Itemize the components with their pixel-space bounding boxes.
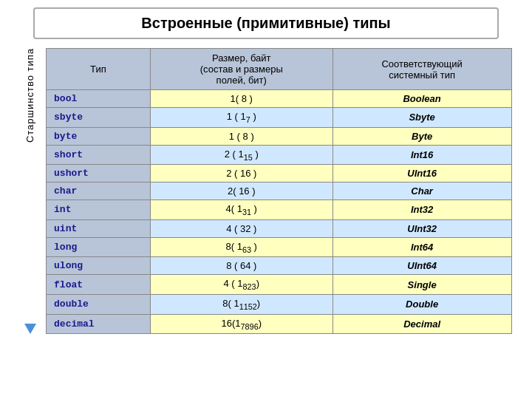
cell-system: Char	[332, 183, 511, 200]
col-header-size: Размер, байт(состав и размерыполей, бит)	[150, 49, 332, 90]
cell-system: Double	[332, 294, 511, 314]
page-title: Встроенные (примитивные) типы	[33, 7, 499, 39]
table-row: bool1( 8 )Boolean	[47, 90, 511, 108]
cell-system: UInt16	[332, 165, 511, 183]
sidebar: Старшинство типа	[21, 48, 41, 334]
cell-size: 1 ( 17 )	[150, 108, 332, 128]
table-row: uint4 ( 32 )UInt32	[47, 219, 511, 237]
cell-size: 8 ( 64 )	[150, 257, 332, 275]
cell-size: 1 ( 8 )	[150, 127, 332, 145]
cell-system: Decimal	[332, 314, 511, 334]
table-row: long8( 163 )Int64	[47, 237, 511, 257]
cell-system: Single	[332, 275, 511, 295]
table-row: ulong8 ( 64 )UInt64	[47, 257, 511, 275]
cell-size: 4 ( 1823)	[150, 275, 332, 295]
cell-size: 4 ( 32 )	[150, 219, 332, 237]
cell-size: 4( 131 )	[150, 200, 332, 220]
table-row: decimal16(17896)Decimal	[47, 314, 511, 334]
cell-type: ushort	[47, 165, 151, 183]
cell-type: short	[47, 145, 151, 165]
cell-type: uint	[47, 219, 151, 237]
cell-system: Int64	[332, 237, 511, 257]
arrow-down-icon	[24, 324, 36, 334]
cell-type: ulong	[47, 257, 151, 275]
cell-system: Int16	[332, 145, 511, 165]
table-row: double8( 11152)Double	[47, 294, 511, 314]
col-header-system: Соответствующийсистемный тип	[332, 49, 511, 90]
table-row: int4( 131 )Int32	[47, 200, 511, 220]
table-row: sbyte1 ( 17 )Sbyte	[47, 108, 511, 128]
cell-type: float	[47, 275, 151, 295]
cell-type: int	[47, 200, 151, 220]
cell-system: UInt64	[332, 257, 511, 275]
cell-type: decimal	[47, 314, 151, 334]
cell-system: UInt32	[332, 219, 511, 237]
cell-system: Sbyte	[332, 108, 511, 128]
cell-size: 2 ( 115 )	[150, 145, 332, 165]
table-row: short2 ( 115 )Int16	[47, 145, 511, 165]
cell-size: 16(17896)	[150, 314, 332, 334]
table-row: float4 ( 1823)Single	[47, 275, 511, 295]
cell-size: 8( 163 )	[150, 237, 332, 257]
types-table: Тип Размер, байт(состав и размерыполей, …	[46, 48, 511, 334]
table-row: byte1 ( 8 )Byte	[47, 127, 511, 145]
cell-type: sbyte	[47, 108, 151, 128]
cell-type: bool	[47, 90, 151, 108]
cell-type: double	[47, 294, 151, 314]
cell-system: Boolean	[332, 90, 511, 108]
table-row: char2( 16 )Char	[47, 183, 511, 200]
cell-type: long	[47, 237, 151, 257]
sidebar-label: Старшинство типа	[24, 48, 35, 143]
cell-type: byte	[47, 127, 151, 145]
cell-type: char	[47, 183, 151, 200]
table-row: ushort2 ( 16 )UInt16	[47, 165, 511, 183]
cell-size: 8( 11152)	[150, 294, 332, 314]
cell-size: 1( 8 )	[150, 90, 332, 108]
cell-system: Int32	[332, 200, 511, 220]
cell-size: 2( 16 )	[150, 183, 332, 200]
cell-size: 2 ( 16 )	[150, 165, 332, 183]
col-header-type: Тип	[47, 49, 151, 90]
cell-system: Byte	[332, 127, 511, 145]
